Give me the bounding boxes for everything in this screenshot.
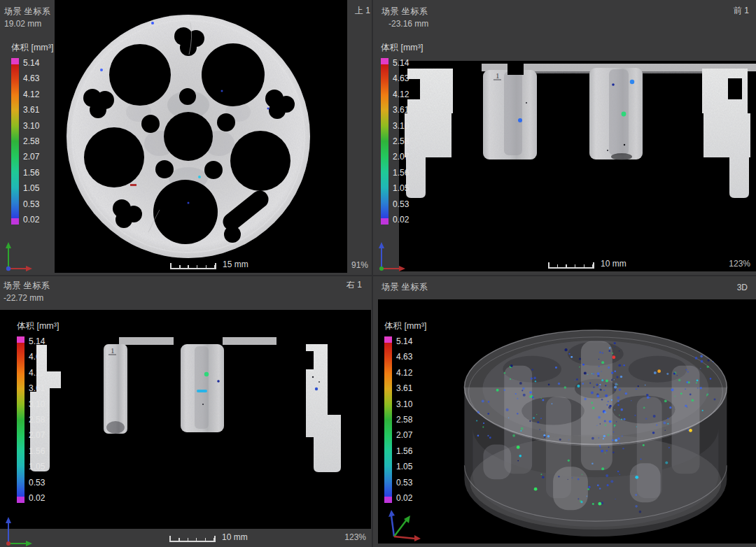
legend-cap-bottom [11,218,19,225]
front-view-image[interactable]: 1 [399,61,756,271]
legend-tick-value: 2.07 [396,431,412,439]
legend-cap-top [17,336,24,343]
ruler-icon [169,536,216,542]
horizontal-splitter[interactable] [0,275,756,276]
ruler-icon [548,262,594,269]
volume-render [378,299,756,544]
legend-tick-value: 3.61 [396,384,412,392]
legend-tick-value: 0.53 [23,200,39,208]
legend-tick-value: 3.61 [29,384,45,392]
legend-tick-value: 5.14 [393,59,409,67]
svg-text:1: 1 [496,71,500,80]
legend-title: 体积 [mm³] [17,320,59,332]
view-name-label: 上 1 [355,5,370,17]
legend-tick-value: 2.07 [29,431,45,439]
slice-position: -23.16 mm [388,19,428,29]
legend-gradient [11,64,19,218]
legend-title: 体积 [mm³] [381,42,423,54]
volume-legend: 体积 [mm³] 5.144.634.123.613.102.582.071.5… [11,42,53,225]
viewport-front-view[interactable]: 1 场景 坐标系 -23.16 mm 体积 [mm³] 5.144.634.12… [373,0,756,275]
top-slice-render [55,0,347,273]
legend-tick-value: 0.02 [396,494,412,502]
legend-cap-bottom [384,497,392,503]
view-name-label: 3D [737,283,748,292]
legend-gradient [17,343,24,497]
ct-inspection-workspace: 场景 坐标系 19.02 mm 体积 [mm³] 5.144.634.123.6… [0,0,756,547]
coord-system-label: 场景 坐标系 [382,6,428,17]
legend-title: 体积 [mm³] [384,320,426,332]
legend-tick-value: 2.58 [23,137,39,145]
legend-tick-value: 2.58 [396,415,412,424]
legend-tick-value: 3.61 [23,106,39,114]
legend-values: 5.144.634.123.613.102.582.071.561.050.53… [396,337,412,502]
legend-tick-value: 4.63 [393,74,409,83]
part-cross-section [405,64,756,198]
top-view-image[interactable] [55,0,347,273]
legend-cap-bottom [17,497,24,503]
volume-legend: 体积 [mm³] 5.144.634.123.613.102.582.071.5… [17,320,59,503]
legend-tick-value: 1.56 [396,447,412,455]
legend-tick-value: 1.05 [393,184,409,192]
legend-tick-value: 0.53 [393,200,409,208]
legend-cap-top [11,58,19,64]
viewport-right-view[interactable]: 1 场景 坐标系 -22.72 mm 体积 [mm³] 5.144.634.12… [0,276,372,547]
legend-tick-value: 2.07 [393,152,409,161]
legend-tick-value: 4.63 [23,74,39,83]
axis-gizmo-icon [1,514,34,547]
legend-tick-value: 5.14 [23,59,39,67]
volume-legend: 体积 [mm³] 5.144.634.123.613.102.582.071.5… [384,320,426,503]
legend-tick-value: 4.12 [29,369,45,377]
legend-tick-value: 1.05 [29,462,45,471]
legend-tick-value: 0.02 [23,215,39,224]
front-overlays: 1 [405,61,742,160]
legend-gradient [384,343,392,497]
scale-bar: 10 mm [548,259,626,269]
ruler-icon [170,263,216,269]
part-3d-drum [464,330,727,537]
scale-label: 10 mm [222,532,248,542]
legend-tick-value: 4.12 [393,90,409,99]
coord-system-label: 场景 坐标系 [4,6,50,17]
legend-tick-value: 3.10 [396,400,412,409]
legend-tick-value: 3.10 [29,400,45,409]
legend-tick-value: 4.63 [29,353,45,361]
scale-label: 10 mm [601,259,626,269]
legend-tick-value: 2.07 [23,152,39,161]
legend-title: 体积 [mm³] [11,42,53,54]
legend-tick-value: 2.58 [393,137,409,145]
view-name-label: 前 1 [734,5,749,17]
scale-bar: 10 mm [169,532,248,542]
legend-tick-value: 4.63 [396,353,412,361]
axis-gizmo-icon [374,239,407,273]
legend-tick-value: 3.10 [393,122,409,130]
3d-view-image[interactable] [378,299,756,544]
legend-tick-value: 4.12 [23,90,39,99]
viewport-top-view[interactable]: 场景 坐标系 19.02 mm 体积 [mm³] 5.144.634.123.6… [0,0,372,275]
legend-values: 5.144.634.123.613.102.582.071.561.050.53… [29,337,45,502]
legend-tick-value: 0.02 [29,494,45,502]
zoom-level: 123% [344,532,366,542]
legend-tick-value: 0.53 [29,478,45,487]
vertical-splitter[interactable] [372,0,373,547]
coord-system-label: 场景 坐标系 [4,280,50,292]
viewport-3d-view[interactable]: 场景 坐标系 体积 [mm³] 5.144.634.123.613.102.58… [373,276,756,547]
legend-tick-value: 1.05 [396,462,412,471]
legend-tick-value: 3.61 [393,106,409,114]
svg-text:1: 1 [111,346,115,355]
volume-legend: 体积 [mm³] 5.144.634.123.613.102.582.071.5… [381,42,423,225]
legend-tick-value: 4.12 [396,369,412,377]
legend-cap-top [384,336,392,343]
slice-position: 19.02 mm [4,19,41,29]
legend-tick-value: 0.53 [396,478,412,487]
legend-gradient [381,64,388,218]
legend-tick-value: 5.14 [396,337,412,346]
legend-cap-bottom [381,218,388,225]
scale-label: 15 mm [223,260,248,269]
legend-color-bar [11,58,19,225]
legend-color-bar [17,336,24,503]
axis-gizmo-icon [1,239,34,273]
legend-color-bar [384,336,392,503]
front-slice-render: 1 [399,61,756,271]
coord-system-label: 场景 坐标系 [382,281,428,293]
zoom-level: 123% [729,259,750,269]
